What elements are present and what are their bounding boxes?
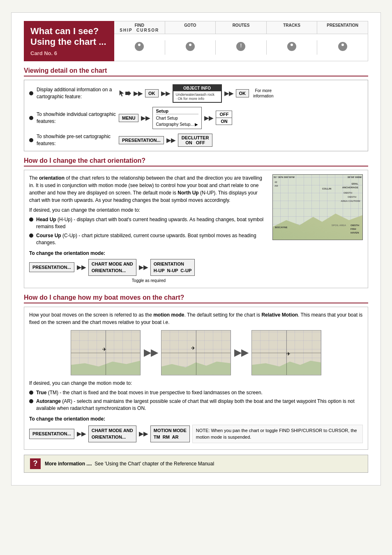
chart-place-4: OBSTH xyxy=(348,195,356,199)
cursor-icon xyxy=(119,90,131,97)
bullet-3 xyxy=(29,138,33,142)
ok-btn-2: OK xyxy=(236,89,249,97)
motion-steps-left: PRESENTATION... ▶▶ CHART MODE ANDORIENTA… xyxy=(29,426,190,442)
step-seq-1: ▶▶ OK ▶▶ OBJECT INFO Underwater/awash ro… xyxy=(119,84,273,103)
tab-tracks[interactable]: TRACKS xyxy=(267,21,318,34)
big-arrow-2: ▶▶ xyxy=(234,346,248,359)
orientation-body: The orientation of the chart refers to t… xyxy=(29,174,363,283)
orientation-step-row: PRESENTATION... ▶▶ CHART MODE ANDORIENTA… xyxy=(29,259,268,276)
object-info-title: OBJECT INFO xyxy=(173,85,221,91)
tracks-icon xyxy=(287,42,296,51)
viewing-text-2: To show/hide individual cartographic fea… xyxy=(37,111,119,125)
object-info-content: Underwater/awash rock· Ok for more info xyxy=(176,92,219,101)
tab-find[interactable]: FINDSHIP CURSOR xyxy=(114,21,165,34)
chart-place-8: SPOIL AREA xyxy=(332,224,346,227)
motion-presentation-btn: PRESENTATION... xyxy=(29,429,74,439)
chart-place-6: BISCAYNE xyxy=(275,226,287,229)
chart-top-labels: 51° 36'N 300°00'W38°08' 000W xyxy=(274,176,362,179)
tab-routes[interactable]: ROUTES xyxy=(216,21,267,34)
chart-place-1: ERALANCHORAGE xyxy=(342,182,358,190)
orientation-heading: How do I change the chart orientation? xyxy=(24,157,368,166)
page-title: What can I see? Using the chart ... xyxy=(30,26,108,48)
nav-tabs: FINDSHIP CURSOR GOTO ROUTES TRACKS PRESE… xyxy=(114,21,368,34)
motion-bullets: True (TM) - the chart is fixed and the b… xyxy=(29,389,363,412)
setup-items: Chart Setup Cartography Setup... ▶ xyxy=(156,115,198,127)
motion-arrow-1: ▶▶ xyxy=(77,430,86,438)
boat-2: ✈ xyxy=(191,345,195,352)
motion-bullet-true: True (TM) - the chart is fixed and the b… xyxy=(29,389,363,396)
viewing-row-2: To show/hide individual cartographic fea… xyxy=(29,107,363,129)
orientation-arrow-1: ▶▶ xyxy=(77,263,86,272)
for-more-label: For moreinformation xyxy=(253,88,273,99)
bullet-true-dot xyxy=(29,391,33,395)
header-nav: FINDSHIP CURSOR GOTO ROUTES TRACKS PRESE… xyxy=(114,21,368,61)
toggle-note: Toggle as required xyxy=(29,278,268,284)
object-info-box: OBJECT INFO Underwater/awash rock· Ok fo… xyxy=(173,84,222,103)
bullet-autorange-dot xyxy=(29,399,33,403)
bullet-headup-text: Head Up (H-Up) - displays chart with boa… xyxy=(36,216,268,230)
orientation-presentation-btn: PRESENTATION... xyxy=(29,262,74,273)
off-on-box: OFF ON xyxy=(216,111,232,125)
motion-chart-mode-btn: CHART MODE ANDORIENTATION... xyxy=(88,426,136,442)
boat-1: ✈ xyxy=(102,346,106,353)
step-seq-2: MENU ▶▶ Setup Chart Setup Cartography Se… xyxy=(119,107,232,129)
orientation-bullet-headup: Head Up (H-Up) - displays chart with boa… xyxy=(29,216,268,230)
viewing-section-heading: Viewing detail on the chart xyxy=(24,67,368,76)
routes-icon xyxy=(236,42,245,51)
boat-3: ✈ xyxy=(286,350,291,358)
motion-bullet-autorange: Autorange (AR) - selects and maintains t… xyxy=(29,398,363,412)
nav-icons-row xyxy=(114,34,368,61)
charts-row: ✈ ▶▶ ✈ ▶▶ ✈ xyxy=(29,330,363,375)
crosshair-h-2 xyxy=(161,353,231,353)
arrow-right-svg xyxy=(125,91,131,96)
big-arrow-1: ▶▶ xyxy=(144,346,158,359)
mini-chart-2: ✈ xyxy=(161,330,231,375)
menu-btn: MENU xyxy=(119,114,138,122)
chart-place-3: OBSTH xyxy=(344,191,352,195)
bullet-courseup-dot xyxy=(29,234,33,238)
change-motion-label: To change the orientation mode: xyxy=(29,415,363,423)
motion-intro: How your boat moves on the screen is ref… xyxy=(29,311,363,326)
presentation-nav-icon xyxy=(317,40,368,55)
orientation-intro: The orientation of the chart refers to t… xyxy=(29,174,268,204)
more-info-bar: ? More information .... See 'Using the C… xyxy=(24,455,368,473)
double-arrow-6: ▶▶ xyxy=(166,137,175,143)
svg-marker-1 xyxy=(125,91,131,96)
tab-goto[interactable]: GOTO xyxy=(165,21,216,34)
mini-chart-1: ✈ xyxy=(71,330,141,375)
more-info-desc: See 'Using the Chart' chapter of the Ref… xyxy=(95,461,214,467)
chart-land xyxy=(273,207,362,240)
motion-box: How your boat moves on the screen is ref… xyxy=(24,307,368,450)
double-arrow-4: ▶▶ xyxy=(141,115,150,121)
ok-btn-1: OK xyxy=(145,89,159,97)
step-seq-3: PRESENTATION... ▶▶ DECLUTTERON OFF xyxy=(119,134,212,147)
cursor-svg xyxy=(119,90,125,97)
orientation-left: The orientation of the chart refers to t… xyxy=(29,174,268,283)
presentation-icon xyxy=(338,42,347,51)
declutter-box: DECLUTTERON OFF xyxy=(178,134,213,147)
viewing-text-1: Display additional information on a cart… xyxy=(37,86,119,100)
tab-presentation[interactable]: PRESENTATION xyxy=(317,21,368,34)
find-nav-icon xyxy=(114,40,165,55)
goto-icon xyxy=(186,42,195,51)
routes-nav-icon xyxy=(216,40,267,55)
bullet-headup-dot xyxy=(29,217,33,222)
viewing-row-3: To show/hide pre-set cartographic featur… xyxy=(29,133,363,147)
double-arrow-1: ▶▶ xyxy=(134,90,143,97)
bullet-2 xyxy=(29,116,33,120)
off-label: OFF xyxy=(216,111,232,118)
card-number: Card No. 6 xyxy=(30,50,108,56)
setup-title: Setup xyxy=(156,109,198,114)
orientation-change-intro: If desired, you can change the orientati… xyxy=(29,206,268,214)
motion-arrow-2: ▶▶ xyxy=(139,430,148,438)
change-orientation-label: To change the orientation mode: xyxy=(29,250,268,257)
motion-note-box: NOTE: When you pan the chart or toggle F… xyxy=(192,425,363,443)
double-arrow-3: ▶▶ xyxy=(224,90,233,97)
setup-box: Setup Chart Setup Cartography Setup... ▶ xyxy=(152,107,202,129)
chart-place-7: OBSTHFISHHAVEN xyxy=(350,224,359,235)
motion-note-text: NOTE: When you pan the chart or toggle F… xyxy=(196,428,357,440)
chart-mode-btn: CHART MODE ANDORIENTATION... xyxy=(88,259,136,276)
orientation-bullets: Head Up (H-Up) - displays chart with boa… xyxy=(29,216,268,246)
more-info-text: More information .... See 'Using the Cha… xyxy=(45,461,214,467)
viewing-text-3: To show/hide pre-set cartographic featur… xyxy=(37,133,119,147)
